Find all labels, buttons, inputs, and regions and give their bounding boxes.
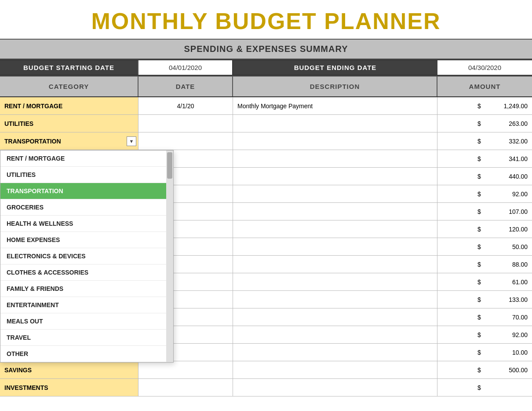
cell-category: RENT / MORTGAGE bbox=[0, 97, 138, 114]
cell-amount: $ 10.00 bbox=[437, 344, 532, 361]
dropdown-item[interactable]: OTHER bbox=[0, 346, 166, 362]
cell-description bbox=[233, 326, 437, 343]
table-row: TRANSPORTATION ▼ $ 332.00 bbox=[0, 132, 532, 150]
category-dropdown[interactable]: RENT / MORTGAGEUTILITIESTRANSPORTATIONGR… bbox=[0, 150, 174, 363]
amount-value: 61.00 bbox=[488, 279, 528, 286]
scrollbar-thumb[interactable] bbox=[167, 152, 172, 179]
cell-description bbox=[233, 150, 437, 167]
dollar-sign: $ bbox=[477, 243, 486, 250]
subtitle-bar: SPENDING & EXPENSES SUMMARY bbox=[0, 39, 532, 59]
page-title: MONTHLY BUDGET PLANNER bbox=[0, 0, 532, 39]
amount-value: 88.00 bbox=[488, 261, 528, 268]
cell-amount: $ 92.00 bbox=[437, 185, 532, 202]
cell-description bbox=[233, 185, 437, 202]
table-row: UTILITIES $ 263.00 bbox=[0, 115, 532, 132]
amount-value: 10.00 bbox=[488, 349, 528, 356]
cell-description bbox=[233, 203, 437, 220]
cell-amount: $ 1,249.00 bbox=[437, 97, 532, 114]
cell-description bbox=[233, 344, 437, 361]
col-header-category: CATEGORY bbox=[0, 77, 138, 96]
amount-value: 92.00 bbox=[488, 191, 528, 198]
table-row: RENT / MORTGAGE 4/1/20 Monthly Mortgage … bbox=[0, 97, 532, 115]
dollar-sign: $ bbox=[477, 367, 486, 374]
date-header-row: BUDGET STARTING DATE 04/01/2020 BUDGET E… bbox=[0, 59, 532, 76]
cell-amount: $ 61.00 bbox=[437, 273, 532, 290]
amount-value: 332.00 bbox=[488, 138, 528, 145]
dollar-sign: $ bbox=[477, 103, 486, 110]
cell-amount: $ 332.00 bbox=[437, 132, 532, 150]
dropdown-item[interactable]: HEALTH & WELLNESS bbox=[0, 216, 166, 232]
dollar-sign: $ bbox=[477, 226, 486, 233]
cell-amount: $ 341.00 bbox=[437, 150, 532, 167]
cell-amount: $ 88.00 bbox=[437, 256, 532, 273]
dropdown-item[interactable]: GROCERIES bbox=[0, 199, 166, 216]
amount-value: 263.00 bbox=[488, 120, 528, 127]
col-header-date: DATE bbox=[138, 77, 233, 96]
cell-description bbox=[233, 291, 437, 308]
table-row: INVESTMENTS $ bbox=[0, 379, 532, 396]
cell-amount: $ 500.00 bbox=[437, 361, 532, 378]
amount-value: 341.00 bbox=[488, 155, 528, 162]
dollar-sign: $ bbox=[477, 155, 486, 162]
cell-description bbox=[233, 132, 437, 150]
cell-amount: $ bbox=[437, 379, 532, 396]
cell-category: SAVINGS bbox=[0, 361, 138, 378]
dropdown-item[interactable]: ENTERTAINMENT bbox=[0, 297, 166, 313]
amount-value: 120.00 bbox=[488, 226, 528, 233]
amount-value: 1,249.00 bbox=[488, 103, 528, 110]
cell-description bbox=[233, 361, 437, 378]
cell-date bbox=[138, 132, 233, 150]
amount-value: 133.00 bbox=[488, 296, 528, 303]
amount-value: 440.00 bbox=[488, 173, 528, 180]
budget-end-label: BUDGET ENDING DATE bbox=[233, 60, 437, 75]
cell-category[interactable]: TRANSPORTATION ▼ bbox=[0, 132, 138, 150]
budget-start-label: BUDGET STARTING DATE bbox=[0, 60, 138, 75]
amount-value: 70.00 bbox=[488, 314, 528, 321]
cell-description bbox=[233, 273, 437, 290]
cell-date: 4/1/20 bbox=[138, 97, 233, 114]
cell-amount: $ 50.00 bbox=[437, 238, 532, 255]
dollar-sign: $ bbox=[477, 173, 486, 180]
dropdown-item[interactable]: UTILITIES bbox=[0, 167, 166, 183]
dollar-sign: $ bbox=[477, 279, 486, 286]
cell-amount: $ 92.00 bbox=[437, 326, 532, 343]
cell-amount: $ 133.00 bbox=[437, 291, 532, 308]
cell-amount: $ 440.00 bbox=[437, 168, 532, 185]
cell-amount: $ 263.00 bbox=[437, 115, 532, 132]
dollar-sign: $ bbox=[477, 208, 486, 215]
dropdown-item[interactable]: HOME EXPENSES bbox=[0, 232, 166, 248]
dollar-sign: $ bbox=[477, 261, 486, 268]
cell-date bbox=[138, 361, 233, 378]
dollar-sign: $ bbox=[477, 296, 486, 303]
dropdown-item[interactable]: TRAVEL bbox=[0, 330, 166, 346]
category-label: INVESTMENTS bbox=[4, 384, 48, 391]
cell-description: Monthly Mortgage Payment bbox=[233, 97, 437, 114]
amount-value: 107.00 bbox=[488, 208, 528, 215]
category-dropdown-btn[interactable]: ▼ bbox=[127, 136, 136, 146]
dropdown-item[interactable]: ELECTRONICS & DEVICES bbox=[0, 248, 166, 264]
dropdown-item[interactable]: FAMILY & FRIENDS bbox=[0, 281, 166, 297]
dropdown-item[interactable]: RENT / MORTGAGE bbox=[0, 150, 166, 167]
cell-date bbox=[138, 379, 233, 396]
dollar-sign: $ bbox=[477, 349, 486, 356]
category-label: UTILITIES bbox=[4, 120, 33, 127]
budget-start-value: 04/01/2020 bbox=[138, 60, 233, 75]
amount-value: 50.00 bbox=[488, 243, 528, 250]
dollar-sign: $ bbox=[477, 191, 486, 198]
category-label: RENT / MORTGAGE bbox=[4, 103, 62, 110]
dropdown-scrollbar[interactable] bbox=[166, 150, 173, 362]
budget-end-value: 04/30/2020 bbox=[437, 60, 532, 75]
dropdown-item[interactable]: TRANSPORTATION bbox=[0, 183, 166, 199]
dollar-sign: $ bbox=[477, 314, 486, 321]
category-label: SAVINGS bbox=[4, 367, 32, 374]
dollar-sign: $ bbox=[477, 138, 486, 145]
col-header-amount: AMOUNT bbox=[437, 77, 532, 96]
dollar-sign: $ bbox=[477, 331, 486, 338]
table-body: RENT / MORTGAGE 4/1/20 Monthly Mortgage … bbox=[0, 97, 532, 396]
dropdown-item[interactable]: MEALS OUT bbox=[0, 313, 166, 330]
cell-category: UTILITIES bbox=[0, 115, 138, 132]
dropdown-item[interactable]: CLOTHES & ACCESSORIES bbox=[0, 264, 166, 281]
col-header-description: DESCRIPTION bbox=[233, 77, 437, 96]
amount-value: 500.00 bbox=[488, 367, 528, 374]
cell-date bbox=[138, 115, 233, 132]
